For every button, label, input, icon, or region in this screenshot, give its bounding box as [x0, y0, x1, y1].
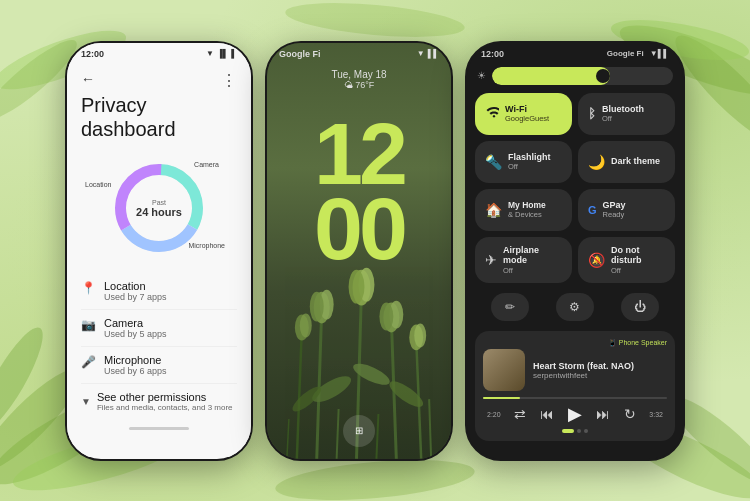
phone2-home-button[interactable]: ⊞: [343, 415, 375, 447]
svg-point-28: [310, 291, 324, 321]
phone2-body: Google Fi ▼ ▌▌ Tue, May 18 🌤 76°F 12 00: [267, 43, 451, 459]
permissions-list: 📍 Location Used by 7 apps 📷 Camera Used …: [81, 273, 237, 419]
microphone-icon: 🎤: [81, 355, 96, 369]
brightness-icon: ☀: [477, 70, 486, 81]
phone3-body: ☀ Wi-Fi GoogleGuest: [467, 63, 683, 457]
chart-hours-label: 24 hours: [136, 205, 182, 217]
media-page-dots: [483, 429, 667, 433]
svg-line-39: [337, 409, 339, 459]
power-icon: ⏻: [634, 300, 646, 314]
my-home-tile-name: My Home: [508, 200, 546, 210]
svg-point-25: [386, 377, 427, 411]
more-options-button[interactable]: ⋮: [221, 71, 237, 90]
media-source-label: 📱 Phone Speaker: [483, 339, 667, 347]
phone3-status-bar: 12:00 Google Fi ▼▌▌: [467, 43, 683, 63]
svg-line-42: [287, 419, 289, 459]
flashlight-tile[interactable]: 🔦 Flashlight Off: [475, 141, 572, 183]
dark-theme-tile-name: Dark theme: [611, 156, 660, 167]
flashlight-icon: 🔦: [485, 154, 502, 170]
media-controls: 2:20 ⇄ ⏮ ▶ ⏭ ↻ 3:32: [483, 403, 667, 425]
shuffle-button[interactable]: ⇄: [514, 406, 526, 422]
phone1-time: 12:00: [81, 49, 104, 59]
flashlight-tile-name: Flashlight: [508, 152, 551, 163]
media-dot-1: [562, 429, 574, 433]
my-home-tile[interactable]: 🏠 My Home & Devices: [475, 189, 572, 231]
settings-button[interactable]: ⚙: [556, 293, 594, 321]
repeat-button[interactable]: ↻: [624, 406, 636, 422]
camera-usage: Used by 5 apps: [104, 329, 167, 339]
phone1-body: ← ⋮ Privacy dashboard Past 2: [67, 63, 251, 457]
power-button[interactable]: ⏻: [621, 293, 659, 321]
media-time-elapsed: 2:20: [487, 411, 501, 418]
weather-icon: 🌤: [344, 80, 353, 90]
see-other-title: See other permissions: [97, 391, 233, 403]
phone2-date: Tue, May 18: [267, 69, 451, 80]
gpay-tile-name: GPay: [603, 200, 626, 211]
phone2-weather: 🌤 76°F: [267, 80, 451, 90]
dnd-tile-name: Do not disturb: [611, 245, 665, 267]
location-usage: Used by 7 apps: [104, 292, 167, 302]
see-more-text: See other permissions Files and media, c…: [97, 391, 233, 412]
media-title: Heart Storm (feat. NAO): [533, 361, 667, 371]
media-artist: serpentwithfeet: [533, 371, 667, 380]
my-home-tile-text: My Home & Devices: [508, 200, 546, 219]
gpay-tile-text: GPay Ready: [603, 200, 626, 220]
back-button[interactable]: ←: [81, 71, 95, 87]
microphone-permission-item[interactable]: 🎤 Microphone Used by 6 apps: [81, 347, 237, 384]
airplane-tile-sub: Off: [503, 266, 562, 275]
dark-theme-tile-text: Dark theme: [611, 156, 660, 167]
dnd-tile-text: Do not disturb Off: [611, 245, 665, 276]
media-progress-fill: [483, 397, 520, 399]
play-pause-button[interactable]: ▶: [568, 403, 582, 425]
svg-point-23: [350, 359, 392, 388]
microphone-name: Microphone: [104, 354, 167, 366]
location-name: Location: [104, 280, 167, 292]
media-progress-bar[interactable]: [483, 397, 667, 399]
svg-point-34: [379, 302, 393, 330]
my-home-tile-sub: & Devices: [508, 210, 546, 219]
brightness-handle: [596, 69, 610, 83]
location-text: Location Used by 7 apps: [104, 280, 167, 302]
airplane-tile-text: Airplane mode Off: [503, 245, 562, 276]
phone-wallpaper-clock: Google Fi ▼ ▌▌ Tue, May 18 🌤 76°F 12 00: [265, 41, 453, 461]
dark-theme-tile[interactable]: 🌙 Dark theme: [578, 141, 675, 183]
phone2-clock: 12 00: [314, 117, 404, 267]
airplane-icon: ✈: [485, 252, 497, 268]
phone2-status-bar: Google Fi ▼ ▌▌: [267, 43, 451, 63]
media-player: 📱 Phone Speaker Heart Storm (feat. NAO) …: [475, 331, 675, 441]
next-button[interactable]: ⏭: [596, 406, 610, 422]
camera-permission-item[interactable]: 📷 Camera Used by 5 apps: [81, 310, 237, 347]
bluetooth-tile-text: Bluetooth Off: [602, 104, 644, 124]
qs-bottom-icons-row: ✏ ⚙ ⏻: [467, 287, 683, 327]
bluetooth-icon: ᛒ: [588, 106, 596, 121]
camera-name: Camera: [104, 317, 167, 329]
see-other-permissions[interactable]: ▼ See other permissions Files and media,…: [81, 384, 237, 419]
media-info: Heart Storm (feat. NAO) serpentwithfeet: [533, 361, 667, 380]
wifi-tile[interactable]: Wi-Fi GoogleGuest: [475, 93, 572, 135]
phone1-status-bar: 12:00 ▼ ▐▌ ▌: [67, 43, 251, 63]
gpay-tile[interactable]: G GPay Ready: [578, 189, 675, 231]
airplane-tile[interactable]: ✈ Airplane mode Off: [475, 237, 572, 284]
location-permission-item[interactable]: 📍 Location Used by 7 apps: [81, 273, 237, 310]
album-art-bg: [483, 349, 525, 391]
airplane-tile-name: Airplane mode: [503, 245, 562, 267]
brightness-slider[interactable]: [492, 67, 673, 85]
media-time-total: 3:32: [649, 411, 663, 418]
media-dot-2: [577, 429, 581, 433]
bluetooth-tile[interactable]: ᛒ Bluetooth Off: [578, 93, 675, 135]
weather-temp: 76°F: [355, 80, 374, 90]
privacy-chart: Past 24 hours Camera Location Microphone: [81, 153, 237, 263]
edit-button[interactable]: ✏: [491, 293, 529, 321]
dnd-icon: 🔕: [588, 252, 605, 268]
media-top-row: Heart Storm (feat. NAO) serpentwithfeet: [483, 349, 667, 391]
camera-icon: 📷: [81, 318, 96, 332]
phone3-carrier: Google Fi: [607, 49, 644, 58]
svg-line-40: [376, 414, 378, 459]
dnd-tile[interactable]: 🔕 Do not disturb Off: [578, 237, 675, 284]
previous-button[interactable]: ⏮: [540, 406, 554, 422]
dnd-tile-sub: Off: [611, 266, 665, 275]
gpay-tile-sub: Ready: [603, 210, 626, 219]
bluetooth-tile-name: Bluetooth: [602, 104, 644, 115]
phone-privacy-dashboard: 12:00 ▼ ▐▌ ▌ ← ⋮ Privacy dashboard: [65, 41, 253, 461]
phone1-status-icons: ▼ ▐▌ ▌: [206, 49, 237, 58]
